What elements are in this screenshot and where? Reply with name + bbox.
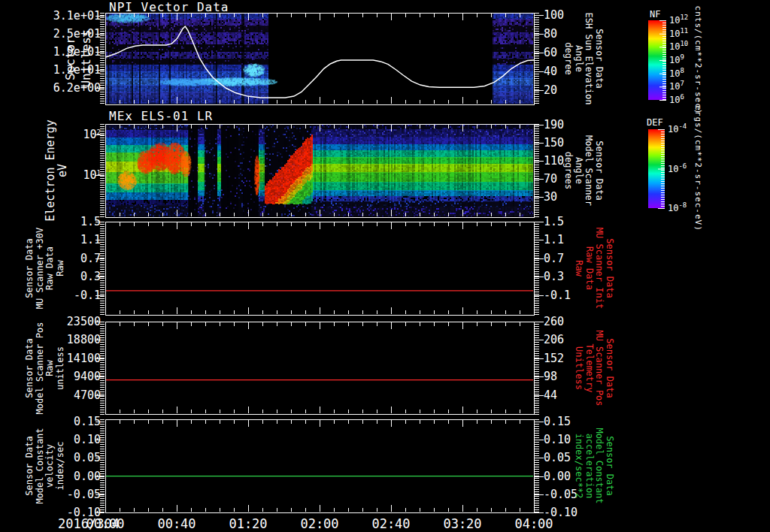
panel-frame	[106, 420, 535, 513]
panel-frame	[106, 14, 535, 105]
panel-frame	[106, 222, 535, 316]
axes-overlay	[0, 0, 770, 532]
plot-figure: NPI Vector Data MEx ELS-01 LR 2016/304 N…	[0, 0, 770, 532]
sun-elevation-angle-line	[105, 26, 534, 98]
panel-frame	[106, 125, 535, 218]
panel-frame	[106, 322, 535, 415]
